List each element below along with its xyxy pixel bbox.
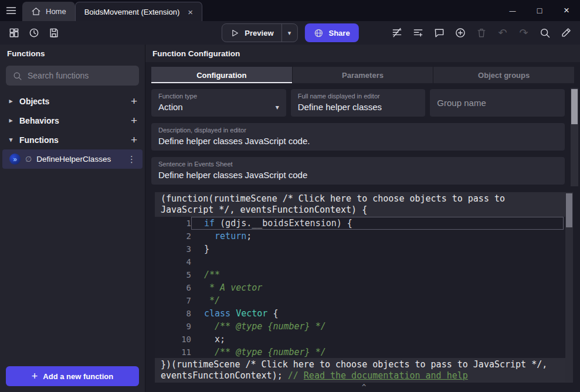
trash-icon: [476, 27, 487, 39]
save-icon: [48, 27, 60, 39]
full-name-value: Define helper classes: [298, 102, 419, 112]
documentation-link[interactable]: Read the documentation and help: [304, 370, 468, 381]
comment-button[interactable]: [431, 25, 447, 41]
plus-icon: +: [32, 370, 38, 383]
maximize-button[interactable]: □: [526, 0, 553, 21]
code-text: /** @type {number} */: [191, 346, 564, 358]
tab-configuration[interactable]: Configuration: [151, 67, 292, 83]
redo-button[interactable]: ↷: [515, 25, 532, 41]
line-number: 5: [155, 268, 191, 281]
preview-dropdown-button[interactable]: ▾: [282, 24, 297, 42]
dropdown-caret-icon: ▾: [276, 103, 279, 111]
code-body[interactable]: 1if (gdjs.__boidsExtension) {2 return;3}…: [155, 217, 573, 358]
sentence-value: Define helper classes JavaScript code: [158, 170, 558, 180]
events-list-button[interactable]: [389, 25, 405, 41]
add-circle-button[interactable]: [452, 25, 469, 41]
scroll-caret[interactable]: ^: [155, 383, 573, 392]
add-object-button[interactable]: +: [131, 96, 137, 107]
events-list-add-icon: [412, 27, 424, 39]
code-line[interactable]: 3}: [155, 243, 564, 255]
chevron-right-icon: ▸: [8, 97, 14, 105]
add-function-plus-button[interactable]: +: [131, 134, 137, 145]
tab-home[interactable]: Home: [22, 2, 75, 21]
code-text: return;: [191, 230, 564, 243]
close-button[interactable]: ×: [553, 0, 580, 21]
tab-close-icon[interactable]: ×: [188, 7, 193, 17]
add-new-function-button[interactable]: + Add a new function: [6, 366, 139, 386]
line-number: 8: [155, 307, 191, 320]
share-label: Share: [329, 29, 350, 38]
code-footer[interactable]: })(runtimeScene /* Click here to choose …: [155, 358, 573, 383]
minimize-button[interactable]: —: [499, 0, 526, 21]
add-behavior-button[interactable]: +: [131, 115, 137, 126]
code-line[interactable]: 9 /** @type {number} */: [155, 320, 564, 333]
sidebar-item-label: Functions: [19, 135, 59, 145]
function-item-definehelperclasses[interactable]: » ∅ DefineHelperClasses ⋮: [2, 149, 143, 169]
sentence-field[interactable]: Sentence in Events Sheet Define helper c…: [151, 157, 565, 185]
line-number: 11: [155, 346, 191, 358]
form-scrollbar-thumb[interactable]: [571, 89, 578, 124]
line-number: 3: [155, 243, 191, 255]
theme-brush-button[interactable]: [558, 25, 574, 41]
code-text: class Vector {: [191, 307, 564, 320]
line-number: 10: [155, 333, 191, 346]
function-type-select[interactable]: Function type Action ▾: [151, 89, 286, 117]
sidebar-item-functions[interactable]: ▾ Functions +: [0, 130, 145, 149]
code-line[interactable]: 11 /** @type {number} */: [155, 346, 564, 358]
code-text: /**: [191, 268, 564, 281]
code-header[interactable]: (function(runtimeScene /* Click here to …: [155, 192, 573, 217]
save-button[interactable]: [46, 25, 62, 41]
code-text: if (gdjs.__boidsExtension) {: [191, 217, 564, 230]
layout-panels-button[interactable]: [6, 25, 22, 41]
code-text: }: [191, 243, 564, 255]
code-scrollbar-thumb[interactable]: [566, 193, 572, 227]
configuration-form: Function type Action ▾ Full name display…: [145, 83, 580, 191]
sidebar-item-behaviors[interactable]: ▸ Behaviors +: [0, 111, 145, 130]
play-icon: [229, 28, 239, 38]
sidebar-item-objects[interactable]: ▸ Objects +: [0, 91, 145, 111]
preview-button[interactable]: Preview ▾: [221, 23, 297, 42]
history-button[interactable]: [26, 25, 42, 41]
undo-button[interactable]: ↶: [494, 25, 511, 41]
sentence-label: Sentence in Events Sheet: [158, 161, 558, 168]
tab-home-label: Home: [46, 7, 66, 16]
menu-button[interactable]: [0, 0, 22, 21]
events-list-add-button[interactable]: [410, 25, 426, 41]
share-button[interactable]: Share: [305, 23, 359, 42]
delete-button[interactable]: [473, 25, 490, 41]
more-options-icon[interactable]: ⋮: [126, 154, 138, 165]
code-line[interactable]: 1if (gdjs.__boidsExtension) {: [155, 217, 564, 230]
code-line[interactable]: 4: [155, 255, 564, 268]
group-name-field[interactable]: Group name: [430, 89, 565, 117]
code-line[interactable]: 2 return;: [155, 230, 564, 243]
private-function-icon: ∅: [25, 155, 32, 163]
code-line[interactable]: 7 */: [155, 294, 564, 307]
tab-object-groups[interactable]: Object groups: [433, 67, 574, 83]
description-label: Description, displayed in editor: [158, 127, 558, 134]
tab-parameters[interactable]: Parameters: [292, 67, 433, 83]
line-number: 2: [155, 230, 191, 243]
search-functions-box[interactable]: [6, 66, 139, 86]
group-name-label: Group name: [437, 98, 486, 108]
preview-label: Preview: [245, 29, 273, 38]
code-line[interactable]: 5/**: [155, 268, 564, 281]
full-name-field[interactable]: Full name displayed in editor Define hel…: [291, 89, 426, 117]
search-button[interactable]: [537, 25, 553, 41]
form-scrollbar[interactable]: [571, 88, 578, 186]
toolbar: Preview ▾ Share ↶ ↷: [0, 21, 580, 45]
description-field[interactable]: Description, displayed in editor Define …: [151, 123, 565, 151]
code-line[interactable]: 6 * A vector: [155, 281, 564, 294]
function-type-value: Action: [158, 102, 276, 112]
search-functions-input[interactable]: [28, 71, 133, 80]
code-line[interactable]: 8class Vector {: [155, 307, 564, 320]
code-scrollbar[interactable]: [565, 192, 573, 383]
globe-icon: [314, 28, 324, 38]
titlebar-drag-area: [202, 0, 499, 21]
chevron-down-icon: ▾: [8, 136, 14, 144]
function-badge-icon: »: [9, 154, 21, 165]
tab-extension[interactable]: BoidsMovement (Extension) ×: [75, 2, 202, 21]
code-lines: 1if (gdjs.__boidsExtension) {2 return;3}…: [155, 217, 564, 358]
code-line[interactable]: 10 x;: [155, 333, 564, 346]
line-number: 7: [155, 294, 191, 307]
code-text: * A vector: [191, 281, 564, 294]
